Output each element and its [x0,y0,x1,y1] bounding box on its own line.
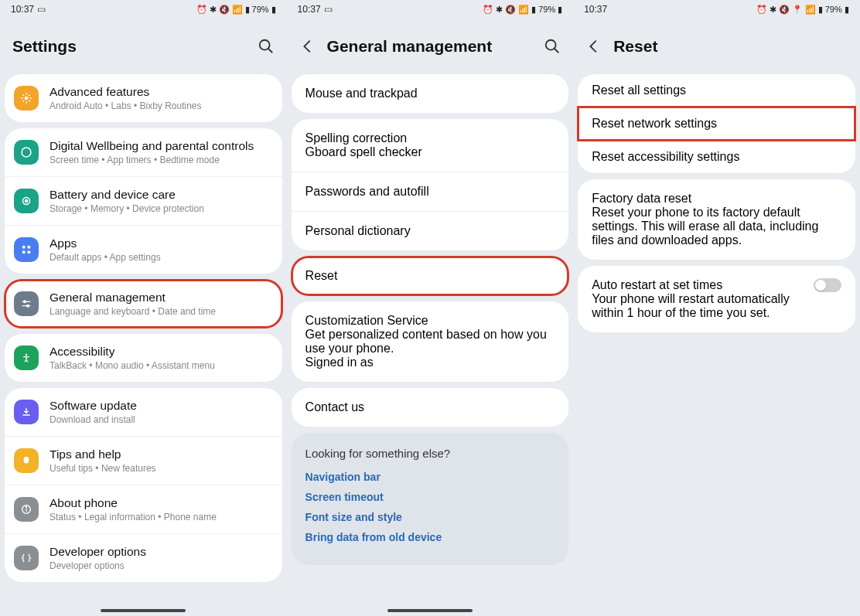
item-title: Reset network settings [592,117,841,131]
item-sub: Android Auto • Labs • Bixby Routines [49,100,273,111]
item-title: Customization Service [305,314,555,328]
item-title: Apps [49,237,273,250]
settings-item-advanced[interactable]: Advanced features Android Auto • Labs • … [5,74,282,122]
mute-icon: 🔇 [505,5,516,15]
status-bar: 10:37 ▭ ⏰ ✱ 🔇 📶 ▮ 79% ▮ [0,0,287,19]
bluetooth-icon: ✱ [210,5,217,15]
item-title: Digital Wellbeing and parental controls [49,139,273,153]
reset-item-network[interactable]: Reset network settings [578,107,855,141]
item-sub: Screen time • App timers • Bedtime mode [49,155,273,165]
svg-point-17 [26,506,26,507]
battery-icon: ▮ [558,5,562,15]
battery-text: 79% [538,5,555,14]
settings-item-developer[interactable]: Developer options Developer options [5,533,282,582]
header: General management [287,19,574,68]
svg-line-19 [555,49,559,53]
battery-text: 79% [825,5,842,14]
reset-item-factory[interactable]: Factory data reset Reset your phone to i… [578,179,855,260]
svg-point-12 [24,301,26,303]
svg-point-14 [26,354,28,356]
back-icon[interactable] [585,38,602,55]
reset-scroll[interactable]: Reset all settings Reset network setting… [573,68,860,616]
alarm-icon: ⏰ [483,5,493,15]
back-icon[interactable] [299,38,316,55]
item-sub: Language and keyboard • Date and time [49,306,273,317]
battery-text: 79% [252,5,269,14]
item-sub: Useful tips • New features [49,463,273,474]
gm-item-dictionary[interactable]: Personal dictionary [292,211,569,250]
alarm-icon: ⏰ [196,5,207,15]
screen-settings: 10:37 ▭ ⏰ ✱ 🔇 📶 ▮ 79% ▮ Settings Advance… [0,0,287,616]
settings-scroll[interactable]: Advanced features Android Auto • Labs • … [0,68,287,616]
item-title: Tips and help [49,448,273,461]
settings-item-accessibility[interactable]: Accessibility TalkBack • Mono audio • As… [5,334,282,382]
reset-item-accessibility[interactable]: Reset accessibility settings [578,141,855,173]
settings-item-general[interactable]: General management Language and keyboard… [5,280,282,328]
alarm-icon: ⏰ [756,5,767,15]
battery-icon: ▮ [271,5,276,15]
mute-icon: 🔇 [779,5,790,15]
footer-heading: Looking for something else? [305,447,555,460]
wifi-icon: 📶 [518,5,529,15]
gm-item-reset[interactable]: Reset [292,257,569,295]
settings-item-tips[interactable]: Tips and help Useful tips • New features [5,436,282,485]
svg-point-18 [546,40,556,50]
svg-point-9 [27,250,30,254]
svg-point-8 [22,250,26,254]
gm-item-contact[interactable]: Contact us [292,388,569,427]
reset-item-all[interactable]: Reset all settings [578,74,855,107]
item-sub: Developer options [49,560,273,571]
gm-item-mouse[interactable]: Mouse and trackpad [292,74,569,113]
reset-item-autorestart[interactable]: Auto restart at set times Your phone wil… [578,266,855,332]
footer-link-screentimeout[interactable]: Screen timeout [305,491,555,503]
search-icon[interactable] [544,38,561,55]
item-title: Mouse and trackpad [305,87,555,100]
settings-item-software[interactable]: Software update Download and install [5,388,282,436]
apps-icon [14,237,39,262]
settings-item-about[interactable]: About phone Status • Legal information •… [5,485,282,533]
wifi-icon: 📶 [805,5,816,15]
item-title: Accessibility [49,345,273,359]
footer-link-bringdata[interactable]: Bring data from old device [305,531,555,543]
status-time: 10:37 [298,4,321,15]
home-indicator[interactable] [387,609,473,612]
gm-item-passwords[interactable]: Passwords and autofill [292,172,569,211]
settings-item-battery[interactable]: Battery and device care Storage • Memory… [5,176,282,225]
battery-icon: ▮ [845,5,849,15]
person-icon [14,345,39,370]
item-sub: Storage • Memory • Device protection [49,203,273,214]
gm-item-customization[interactable]: Customization Service Get personalized c… [292,301,569,382]
item-title: Reset [305,269,555,283]
item-link[interactable]: Signed in as [305,356,555,369]
looking-for-card: Looking for something else? Navigation b… [292,433,569,565]
item-title: Factory data reset [592,192,841,206]
footer-link-navbar[interactable]: Navigation bar [305,471,555,483]
item-sub: Get personalized content based on how yo… [305,328,555,356]
svg-point-5 [26,200,28,202]
item-sub: TalkBack • Mono audio • Assistant menu [49,360,273,371]
screen-general-management: 10:37 ▭ ⏰ ✱ 🔇 📶 ▮ 79% ▮ General manageme… [287,0,574,616]
status-time: 10:37 [584,4,607,15]
gm-scroll[interactable]: Mouse and trackpad Spelling correction G… [287,68,574,616]
status-bar: 10:37 ▭ ⏰ ✱ 🔇 📶 ▮ 79% ▮ [287,0,574,19]
wellbeing-icon [14,140,39,165]
page-title: Reset [613,37,848,56]
settings-item-apps[interactable]: Apps Default apps • App settings [5,225,282,274]
care-icon [14,189,39,213]
svg-point-2 [25,97,29,100]
header: Reset [573,19,860,68]
item-title: Advanced features [49,85,273,99]
item-title: Spelling correction [305,131,555,145]
page-title: Settings [12,37,247,56]
autorestart-toggle[interactable] [814,278,841,292]
home-indicator[interactable] [101,609,186,612]
footer-link-font[interactable]: Font size and style [305,511,555,523]
gear-icon [14,86,39,111]
signal-icon: ▮ [245,5,250,15]
item-title: General management [49,291,273,305]
search-icon[interactable] [258,38,275,55]
gm-item-spelling[interactable]: Spelling correction Gboard spell checker [292,119,569,172]
settings-item-wellbeing[interactable]: Digital Wellbeing and parental controls … [5,128,282,176]
item-title: About phone [49,496,273,510]
svg-point-13 [27,305,29,307]
